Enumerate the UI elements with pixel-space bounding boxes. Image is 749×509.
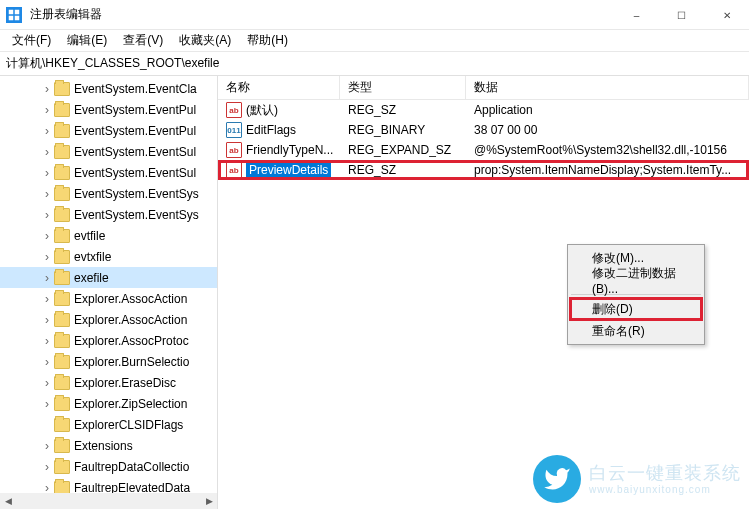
tree-item-label: EventSystem.EventCla [74, 82, 197, 96]
svg-rect-2 [9, 15, 14, 20]
folder-icon [54, 397, 70, 411]
value-type-icon: ab [226, 162, 242, 178]
folder-icon [54, 82, 70, 96]
value-row[interactable]: abFriendlyTypeN...REG_EXPAND_SZ@%SystemR… [218, 140, 749, 160]
tree-item[interactable]: ›Explorer.ZipSelection [0, 393, 217, 414]
tree-item[interactable]: ›FaultrepDataCollectio [0, 456, 217, 477]
value-name: (默认) [246, 102, 278, 119]
tree-item[interactable]: ›Explorer.EraseDisc [0, 372, 217, 393]
menu-file[interactable]: 文件(F) [4, 30, 59, 51]
tree-item[interactable]: ›EventSystem.EventPul [0, 120, 217, 141]
expand-icon[interactable]: › [40, 355, 54, 369]
tree-item-label: EventSystem.EventSys [74, 187, 199, 201]
tree-item[interactable]: ›EventSystem.EventCla [0, 78, 217, 99]
expand-icon[interactable]: › [40, 376, 54, 390]
menu-favorites[interactable]: 收藏夹(A) [171, 30, 239, 51]
value-row[interactable]: ab(默认)REG_SZApplication [218, 100, 749, 120]
list-header: 名称 类型 数据 [218, 76, 749, 100]
tree-item[interactable]: ›EventSystem.EventSul [0, 141, 217, 162]
ctx-modify-binary[interactable]: 修改二进制数据(B)... [570, 269, 702, 291]
expand-icon[interactable]: › [40, 460, 54, 474]
address-bar[interactable]: 计算机\HKEY_CLASSES_ROOT\exefile [0, 52, 749, 76]
tree-item-label: Explorer.ZipSelection [74, 397, 187, 411]
tree-item-label: Explorer.AssocAction [74, 313, 187, 327]
tree-item[interactable]: ›Extensions [0, 435, 217, 456]
folder-icon [54, 418, 70, 432]
ctx-delete[interactable]: 删除(D) [570, 298, 702, 320]
menu-edit[interactable]: 编辑(E) [59, 30, 115, 51]
tree-item[interactable]: ›EventSystem.EventSys [0, 183, 217, 204]
ctx-rename[interactable]: 重命名(R) [570, 320, 702, 342]
expand-icon[interactable]: › [40, 250, 54, 264]
tree-item[interactable]: ›evtxfile [0, 246, 217, 267]
menu-bar: 文件(F) 编辑(E) 查看(V) 收藏夹(A) 帮助(H) [0, 30, 749, 52]
value-data: prop:System.ItemNameDisplay;System.ItemT… [466, 163, 749, 177]
watermark-logo-icon [533, 455, 581, 503]
value-name: FriendlyTypeN... [246, 143, 333, 157]
tree-item[interactable]: ›evtfile [0, 225, 217, 246]
expand-icon[interactable]: › [40, 187, 54, 201]
close-button[interactable]: ✕ [704, 0, 749, 30]
svg-rect-3 [15, 15, 20, 20]
expand-icon[interactable]: › [40, 166, 54, 180]
value-data: @%SystemRoot%\System32\shell32.dll,-1015… [466, 143, 749, 157]
minimize-button[interactable]: – [614, 0, 659, 30]
maximize-button[interactable]: ☐ [659, 0, 704, 30]
expand-icon[interactable]: › [40, 145, 54, 159]
tree-item-label: EventSystem.EventSul [74, 145, 196, 159]
tree-item-label: EventSystem.EventPul [74, 124, 196, 138]
expand-icon[interactable]: › [40, 439, 54, 453]
tree-item[interactable]: ›Explorer.AssocAction [0, 288, 217, 309]
tree-item[interactable]: ›Explorer.AssocAction [0, 309, 217, 330]
tree-item[interactable]: ›Explorer.AssocProtoc [0, 330, 217, 351]
watermark-url: www.baiyunxitong.com [589, 484, 741, 495]
folder-icon [54, 460, 70, 474]
window-title: 注册表编辑器 [30, 6, 614, 23]
svg-rect-0 [9, 9, 14, 14]
tree-item[interactable]: ›ExplorerCLSIDFlags [0, 414, 217, 435]
value-row[interactable]: 011EditFlagsREG_BINARY38 07 00 00 [218, 120, 749, 140]
column-type[interactable]: 类型 [340, 76, 466, 99]
tree-item-label: Extensions [74, 439, 133, 453]
expand-icon[interactable]: › [40, 124, 54, 138]
watermark-title: 白云一键重装系统 [589, 463, 741, 485]
svg-rect-1 [15, 9, 20, 14]
folder-icon [54, 313, 70, 327]
expand-icon[interactable]: › [40, 82, 54, 96]
menu-view[interactable]: 查看(V) [115, 30, 171, 51]
address-path: 计算机\HKEY_CLASSES_ROOT\exefile [6, 55, 219, 72]
expand-icon[interactable]: › [40, 103, 54, 117]
tree-item-label: EventSystem.EventPul [74, 103, 196, 117]
tree-hscrollbar[interactable]: ◀ ▶ [0, 493, 217, 509]
expand-icon[interactable]: › [40, 397, 54, 411]
folder-icon [54, 292, 70, 306]
registry-tree[interactable]: ›EventSystem.EventCla›EventSystem.EventP… [0, 76, 217, 509]
folder-icon [54, 271, 70, 285]
folder-icon [54, 439, 70, 453]
menu-help[interactable]: 帮助(H) [239, 30, 296, 51]
expand-icon[interactable]: › [40, 229, 54, 243]
folder-icon [54, 376, 70, 390]
expand-icon[interactable]: › [40, 334, 54, 348]
scroll-right-icon[interactable]: ▶ [201, 493, 217, 509]
tree-item-label: evtxfile [74, 250, 111, 264]
expand-icon[interactable]: › [40, 208, 54, 222]
expand-icon[interactable]: › [40, 292, 54, 306]
expand-icon[interactable]: › [40, 271, 54, 285]
tree-item-label: EventSystem.EventSul [74, 166, 196, 180]
tree-item[interactable]: ›EventSystem.EventSys [0, 204, 217, 225]
column-name[interactable]: 名称 [218, 76, 340, 99]
tree-item[interactable]: ›exefile [0, 267, 217, 288]
scroll-track[interactable] [16, 493, 201, 509]
tree-item-label: ExplorerCLSIDFlags [74, 418, 183, 432]
tree-item[interactable]: ›EventSystem.EventSul [0, 162, 217, 183]
tree-item[interactable]: ›EventSystem.EventPul [0, 99, 217, 120]
folder-icon [54, 124, 70, 138]
scroll-left-icon[interactable]: ◀ [0, 493, 16, 509]
tree-item[interactable]: ›Explorer.BurnSelectio [0, 351, 217, 372]
tree-panel: ›EventSystem.EventCla›EventSystem.EventP… [0, 76, 218, 509]
value-list[interactable]: ab(默认)REG_SZApplication011EditFlagsREG_B… [218, 100, 749, 180]
value-row[interactable]: abPreviewDetailsREG_SZprop:System.ItemNa… [218, 160, 749, 180]
expand-icon[interactable]: › [40, 313, 54, 327]
column-data[interactable]: 数据 [466, 76, 749, 99]
